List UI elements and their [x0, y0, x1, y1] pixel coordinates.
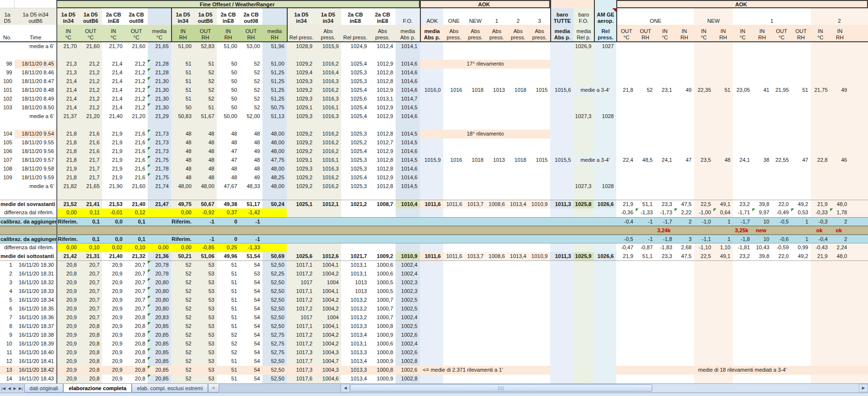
cell[interactable]	[733, 331, 752, 340]
cell[interactable]	[420, 191, 443, 200]
cell[interactable]	[791, 296, 811, 305]
header-cell[interactable]: F.O.	[396, 8, 420, 25]
cell[interactable]: 21,9	[811, 252, 830, 261]
cell[interactable]	[507, 103, 529, 112]
cell[interactable]: 52	[240, 103, 262, 112]
cell[interactable]: 48,00	[262, 165, 287, 173]
cell[interactable]: 48,00	[262, 138, 287, 147]
cell[interactable]: 47	[217, 156, 240, 165]
cell[interactable]	[713, 331, 733, 340]
cell[interactable]: 21,6	[79, 147, 102, 156]
cell[interactable]: 18/11/20 8.49	[15, 95, 56, 103]
cell[interactable]	[811, 42, 830, 51]
cell[interactable]: 0,00	[148, 243, 171, 252]
cell[interactable]	[529, 278, 550, 287]
cell[interactable]: 52	[171, 305, 194, 313]
cell[interactable]	[733, 165, 752, 173]
cell[interactable]	[616, 182, 636, 191]
cell[interactable]: 51	[217, 322, 240, 331]
cell[interactable]: 21,31	[79, 252, 102, 261]
cell[interactable]: 52,50	[262, 313, 287, 322]
cell[interactable]: 54	[240, 278, 262, 287]
cell[interactable]	[486, 235, 507, 243]
cell[interactable]	[830, 69, 850, 77]
cell[interactable]: 1000,8	[369, 366, 396, 375]
cell[interactable]	[420, 331, 443, 340]
cell[interactable]: 1002,6	[396, 331, 420, 340]
cell[interactable]	[616, 340, 636, 348]
header-cell[interactable]: media °C	[148, 25, 171, 42]
cell[interactable]: 1009,2	[369, 252, 396, 261]
cell[interactable]	[465, 226, 486, 235]
cell[interactable]	[594, 243, 616, 252]
cell[interactable]: 48	[240, 138, 262, 147]
cell[interactable]: 51,25	[262, 86, 287, 95]
cell[interactable]: 1004,3	[315, 348, 341, 357]
cell[interactable]: 0,10	[79, 243, 102, 252]
cell[interactable]: 51	[217, 296, 240, 305]
cell[interactable]	[733, 112, 752, 121]
cell[interactable]: 47,67	[217, 182, 240, 191]
cell[interactable]	[486, 331, 507, 340]
cell[interactable]: 104	[0, 130, 15, 138]
cell[interactable]	[733, 340, 752, 348]
cell[interactable]: 1	[0, 261, 15, 270]
cell[interactable]: 1002,4	[396, 270, 420, 278]
cell[interactable]: -0,01	[102, 208, 125, 217]
cell[interactable]	[486, 305, 507, 313]
cell[interactable]	[850, 261, 868, 270]
cell[interactable]: 1013,1	[369, 95, 396, 103]
cell[interactable]: 9	[0, 331, 15, 340]
cell[interactable]	[791, 173, 811, 182]
cell[interactable]	[529, 77, 550, 86]
cell[interactable]	[486, 77, 507, 86]
cell[interactable]: 1016,2	[315, 182, 341, 191]
cell[interactable]	[675, 60, 694, 69]
cell[interactable]	[655, 313, 675, 322]
cell[interactable]	[675, 357, 694, 366]
cell[interactable]: 51	[217, 287, 240, 296]
cell[interactable]	[636, 121, 655, 130]
cell[interactable]	[171, 121, 194, 130]
cell[interactable]: 1015	[529, 156, 550, 165]
cell[interactable]: 16/11/20 18.30	[15, 261, 56, 270]
cell[interactable]: 1000,6	[369, 261, 396, 270]
cell[interactable]	[772, 147, 791, 156]
cell[interactable]	[573, 340, 594, 348]
cell[interactable]	[811, 261, 830, 270]
cell[interactable]	[443, 95, 465, 103]
cell[interactable]: 21,9	[102, 156, 125, 165]
cell[interactable]: -1	[240, 235, 262, 243]
cell[interactable]: 18/11/20 8.50	[15, 103, 56, 112]
cell[interactable]: 1027	[594, 42, 616, 51]
cell[interactable]	[713, 69, 733, 77]
cell[interactable]: 48	[171, 156, 194, 165]
cell[interactable]: 20,85	[148, 366, 171, 375]
cell[interactable]	[486, 261, 507, 270]
cell[interactable]	[550, 235, 573, 243]
cell[interactable]: 21,8	[56, 147, 79, 156]
cell[interactable]	[752, 103, 772, 112]
cell[interactable]	[396, 191, 420, 200]
header-cell[interactable]: 2a CB out08	[125, 8, 148, 25]
cell[interactable]: 21,9	[102, 138, 125, 147]
cell[interactable]	[507, 296, 529, 305]
cell[interactable]	[791, 147, 811, 156]
cell[interactable]: 10,43	[752, 243, 772, 252]
cell[interactable]: 52	[171, 366, 194, 375]
cell[interactable]: 48	[217, 165, 240, 173]
cell[interactable]	[550, 95, 573, 103]
cell[interactable]	[550, 305, 573, 313]
cell[interactable]: 1029,2	[287, 86, 315, 95]
cell[interactable]: 16/11/20 18.38	[15, 331, 56, 340]
cell[interactable]	[550, 208, 573, 217]
cell[interactable]: 50,24	[262, 200, 287, 208]
cell[interactable]	[713, 270, 733, 278]
cell[interactable]	[550, 375, 573, 383]
header-cell[interactable]: 2a CB inE8	[369, 8, 396, 25]
cell[interactable]: 1014,6	[396, 112, 420, 121]
cell[interactable]	[733, 42, 752, 51]
cell[interactable]	[811, 278, 830, 287]
cell[interactable]: 50	[217, 103, 240, 112]
cell[interactable]: 21,8	[56, 173, 79, 182]
